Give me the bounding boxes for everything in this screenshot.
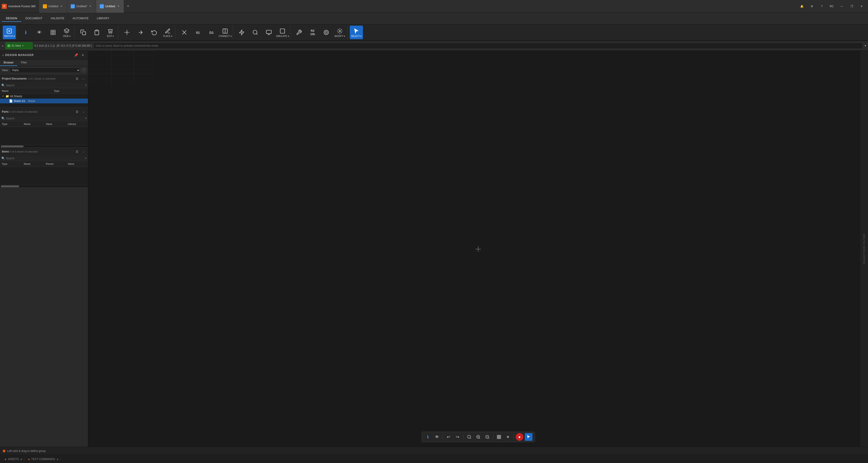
cb-zoom-in-button[interactable]: [474, 433, 482, 441]
cb-info-button[interactable]: ℹ: [424, 433, 432, 441]
cb-zoom-fit-button[interactable]: [465, 433, 473, 441]
grid-button[interactable]: [46, 26, 60, 39]
parts-search-dropdown[interactable]: ▾: [85, 117, 87, 120]
panel-tab-browser[interactable]: Browser: [0, 60, 17, 66]
sim2-button[interactable]: [249, 26, 262, 39]
switch-label: SWITCH ▾: [4, 35, 14, 37]
parts-scrollbar-thumb[interactable]: [1, 146, 24, 147]
cb-cursor-button[interactable]: [525, 433, 532, 441]
command-input[interactable]: [94, 42, 863, 49]
items-list-btn[interactable]: ☰: [74, 149, 80, 154]
menu-bar: DESIGN DOCUMENT VALIDATE AUTOMATE LIBRAR…: [0, 13, 868, 25]
parts-scrollbar[interactable]: [0, 145, 88, 147]
sheet1-row[interactable]: 📄 Sheet 1/1 Sheet: [0, 99, 88, 103]
cb-zoom-out-button[interactable]: [484, 433, 491, 441]
tab2-close[interactable]: ✕: [89, 4, 92, 8]
place2-button[interactable]: [134, 26, 147, 39]
menu-tab-design[interactable]: DESIGN: [2, 15, 21, 22]
tab-untitled-3[interactable]: Untitled ✕: [96, 0, 124, 13]
cb-add-button[interactable]: +: [504, 433, 512, 441]
all-sheets-row[interactable]: ▼ 📁 All Sheets: [0, 94, 88, 99]
eye-button[interactable]: 👁: [33, 26, 46, 39]
cb-eye-button[interactable]: 👁: [433, 433, 441, 441]
panel-pin-button[interactable]: 📌: [73, 52, 79, 58]
conn3-button[interactable]: D1: [205, 26, 218, 39]
items-search-icon: 🔍: [1, 157, 5, 160]
menu-tab-library[interactable]: LIBRARY: [93, 15, 113, 22]
conn2-button[interactable]: 01: [191, 26, 205, 39]
cb-grid-button[interactable]: [495, 433, 503, 441]
panel-close-button[interactable]: ✕: [80, 52, 86, 58]
toolbar-simulate-group: SIMULATE ▾: [234, 26, 290, 39]
info-button[interactable]: ℹ: [19, 26, 32, 39]
layers-button[interactable]: VIEW ▾: [60, 26, 73, 39]
project-docs-title: Project Documents: [2, 77, 27, 80]
footer-sheets-item[interactable]: ● SHEETS ▲: [3, 457, 24, 461]
net-selector[interactable]: 91 Nets ▾: [5, 42, 33, 49]
canvas-area[interactable]: + ℹ 👁 ↩ ↪ + ●: [88, 51, 868, 447]
panel-collapse-btn[interactable]: «: [2, 54, 4, 57]
conn1-button[interactable]: [178, 26, 191, 39]
window-settings[interactable]: ⚙: [807, 3, 816, 9]
sim4-button[interactable]: SIMULATE ▾: [276, 26, 289, 39]
parts-more-btn[interactable]: ···: [81, 109, 86, 115]
window-close[interactable]: ✕: [857, 3, 866, 9]
items-search-dropdown[interactable]: ▾: [85, 157, 87, 160]
items-more-btn[interactable]: ···: [81, 149, 86, 154]
place1-button[interactable]: [120, 26, 133, 39]
place3-button[interactable]: [148, 26, 161, 39]
mod2-button[interactable]: R210k: [306, 26, 319, 39]
cb-undo-button[interactable]: ↩: [445, 433, 453, 441]
copy-button[interactable]: [76, 26, 90, 39]
parts-search-input[interactable]: [6, 117, 84, 120]
canvas-grid: [88, 51, 156, 85]
items-search-input[interactable]: [6, 157, 84, 160]
project-docs-search-input[interactable]: [6, 84, 84, 87]
all-sheets-icon: 📁: [5, 94, 9, 98]
cb-stop-button[interactable]: ●: [516, 433, 523, 441]
cmd-expand[interactable]: ▾: [865, 44, 866, 48]
items-scrollbar[interactable]: [0, 185, 88, 187]
mod1-button[interactable]: [292, 26, 306, 39]
mod4-button[interactable]: MODIFY ▾: [333, 26, 346, 39]
window-notifications[interactable]: 🔔: [797, 3, 806, 9]
project-docs-more-btn[interactable]: ···: [81, 76, 86, 81]
toolbar-view-group: ℹ 👁 VIEW ▾: [18, 26, 74, 39]
menu-tab-automate[interactable]: AUTOMATE: [68, 15, 93, 22]
select-button[interactable]: SELECT ▾: [350, 26, 363, 39]
help-button[interactable]: ?: [82, 68, 86, 72]
items-scrollbar-thumb[interactable]: [1, 185, 19, 187]
tab-untitled-1[interactable]: Untitled ✕: [39, 0, 67, 13]
view-select[interactable]: Parts Schematics Nets: [10, 67, 80, 73]
footer-text-commands-item[interactable]: ● TEXT COMMANDS ▲: [26, 457, 61, 461]
window-help[interactable]: ?: [817, 3, 826, 9]
mod3-button[interactable]: [320, 26, 333, 39]
menu-tab-document[interactable]: DOCUMENT: [21, 15, 46, 22]
add-tab-button[interactable]: +: [124, 2, 132, 10]
text-commands-arrow: ▲: [57, 458, 59, 460]
tab1-close[interactable]: ✕: [60, 4, 63, 8]
conn4-button[interactable]: CONNECT ▾: [219, 26, 232, 39]
window-minimize[interactable]: —: [837, 3, 846, 9]
sim3-button[interactable]: [262, 26, 275, 39]
parts-list-btn[interactable]: ☰: [74, 109, 80, 115]
tab2-icon: [71, 4, 75, 8]
parts-buttons: ☰ ···: [74, 109, 86, 115]
window-maximize[interactable]: ❐: [847, 3, 856, 9]
sim1-button[interactable]: [235, 26, 248, 39]
cb-redo-button[interactable]: ↪: [454, 433, 462, 441]
zoom-out-icon: [485, 435, 490, 439]
tab3-close[interactable]: ✕: [117, 4, 120, 8]
window-user[interactable]: RC: [827, 3, 836, 9]
project-docs-list-btn[interactable]: ☰: [74, 76, 80, 81]
switch-button[interactable]: SWITCH ▾: [3, 26, 16, 39]
paste-button[interactable]: [90, 26, 103, 39]
place4-button[interactable]: PLACE ▾: [161, 26, 174, 39]
tab-untitled-2[interactable]: Untitled* ✕: [67, 0, 96, 13]
project-docs-search-dropdown[interactable]: ▾: [85, 84, 87, 87]
delete-button[interactable]: EDIT ▾: [104, 26, 117, 39]
panel-tab-filter[interactable]: Filter: [17, 60, 31, 66]
menu-tab-validate[interactable]: VALIDATE: [46, 15, 68, 22]
collapse-arrow[interactable]: «: [2, 44, 4, 48]
svg-rect-1: [51, 30, 55, 35]
